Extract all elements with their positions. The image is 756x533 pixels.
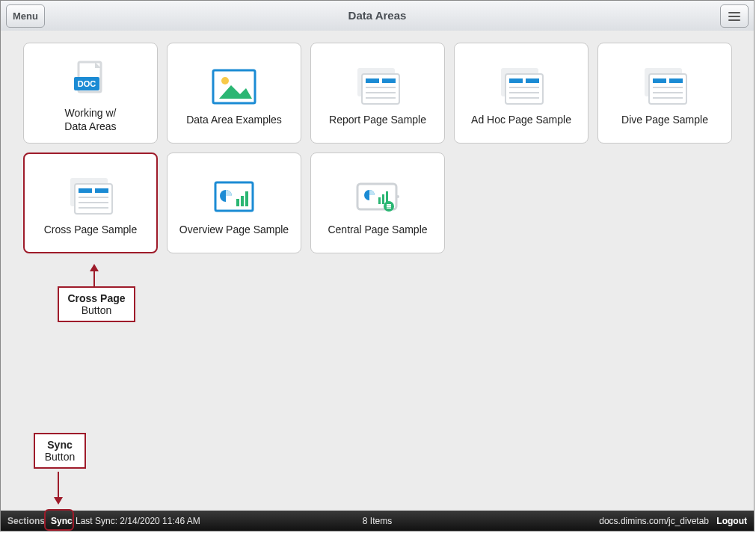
image-icon [210,61,258,113]
hamburger-icon [728,12,740,13]
sync-button[interactable]: Sync [44,511,79,531]
card-label: Overview Page Sample [179,223,289,236]
url-label: docs.dimins.com/jc_divetab [599,511,709,531]
svg-rect-16 [509,78,523,83]
svg-rect-31 [95,188,108,193]
svg-rect-30 [79,188,92,193]
card-data-area-examples[interactable]: Data Area Examples [167,43,301,144]
card-ad-hoc-page-sample[interactable]: Ad Hoc Page Sample [454,43,588,144]
svg-rect-24 [669,78,683,83]
bottom-bar: 8 Items Sections Sync Last Sync: 2/14/20… [1,511,754,531]
card-label: Report Page Sample [329,113,426,126]
svg-rect-45 [387,206,391,207]
callout-cross-page: Cross Page Button [58,286,135,322]
card-label: Central Page Sample [328,223,427,236]
page-title: Data Areas [1,1,754,31]
card-overview-page-sample[interactable]: Overview Page Sample [167,152,301,253]
card-label: Working w/ Data Areas [64,106,116,133]
svg-rect-37 [241,196,244,206]
card-label: Dive Page Sample [621,113,708,126]
callout-arrow-line [93,270,95,286]
logout-button[interactable]: Logout [710,511,754,531]
svg-rect-10 [382,78,396,83]
card-working-with-data-areas[interactable]: DOC Working w/ Data Areas [23,43,158,144]
card-cross-page-sample[interactable]: Cross Page Sample [23,152,158,253]
app-frame: Data Areas Menu DOC Working w/ Data [0,0,755,532]
svg-rect-36 [236,199,239,206]
svg-rect-41 [378,197,381,204]
svg-text:DOC: DOC [78,79,96,88]
callout-arrow-line [58,472,59,499]
svg-rect-17 [526,78,539,83]
menu-button[interactable]: Menu [6,4,45,28]
svg-rect-47 [387,207,391,209]
chart-icon [209,170,259,223]
top-bar: Data Areas Menu [1,1,754,31]
card-grid: DOC Working w/ Data Areas Data Area Exam… [23,43,741,253]
device-chart-icon [351,170,404,223]
table-icon [497,61,546,113]
card-report-page-sample[interactable]: Report Page Sample [310,43,445,144]
doc-icon: DOC [68,54,113,106]
card-dive-page-sample[interactable]: Dive Page Sample [597,43,732,144]
svg-point-40 [396,195,399,198]
callout-arrow-up-icon [90,264,99,271]
card-label: Data Area Examples [186,113,282,126]
svg-rect-42 [382,194,384,204]
card-central-page-sample[interactable]: Central Page Sample [310,152,445,253]
callout-title: Sync [47,439,72,451]
card-label: Cross Page Sample [44,223,138,236]
callout-arrow-down-icon [54,497,63,505]
content-area: DOC Working w/ Data Areas Data Area Exam… [1,31,754,511]
svg-point-5 [221,77,229,84]
table-icon [66,170,115,223]
table-icon [640,61,689,113]
hamburger-button[interactable] [720,4,749,28]
svg-rect-9 [366,78,379,83]
callout-sub: Button [82,304,111,316]
callout-title: Cross Page [67,292,125,304]
table-icon [353,61,402,113]
svg-rect-23 [653,78,666,83]
card-label: Ad Hoc Page Sample [471,113,571,126]
callout-sub: Button [45,451,75,463]
callout-sync: Sync Button [34,433,86,469]
last-sync-label: Last Sync: 2/14/2020 11:46 AM [76,511,200,531]
svg-rect-38 [245,191,248,206]
svg-rect-46 [387,204,391,206]
